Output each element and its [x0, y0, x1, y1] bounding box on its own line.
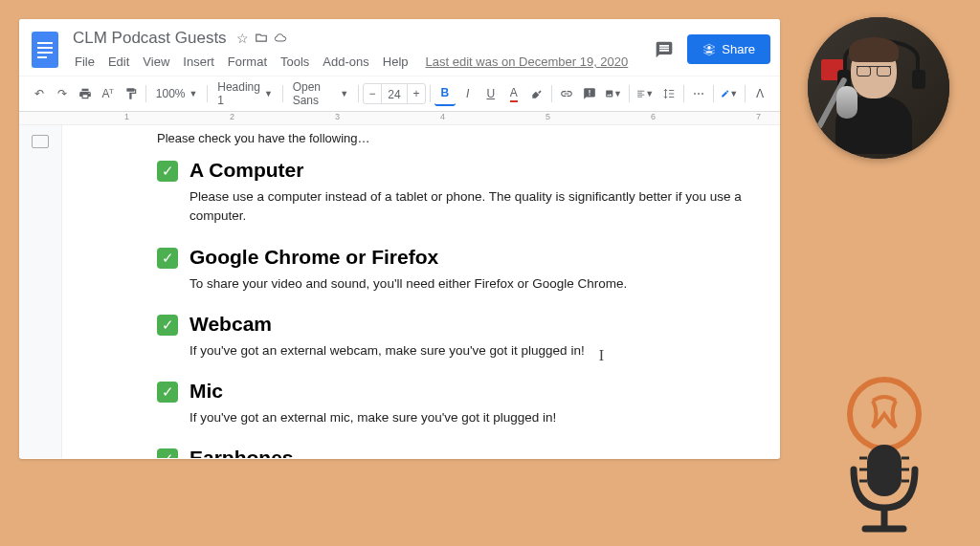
- toolbar: ↶ ↷ Aᵀ 100%▼ Heading 1▼ Open Sans▼ − 24 …: [19, 76, 780, 112]
- menu-tools[interactable]: Tools: [275, 52, 315, 72]
- google-docs-window: CLM Podcast Guests ☆ File Edit View Inse…: [19, 19, 780, 459]
- insert-image-icon[interactable]: ▼: [602, 81, 625, 106]
- undo-icon[interactable]: ↶: [29, 81, 50, 106]
- checklist-item: ✓ Webcam If you've got an external webca…: [157, 313, 751, 360]
- item-desc: Please use a computer instead of a table…: [189, 187, 751, 227]
- print-icon[interactable]: [75, 81, 96, 106]
- document-area: Please check you have the following… ✓ A…: [19, 125, 780, 458]
- paint-format-icon[interactable]: [121, 81, 142, 106]
- font-size-minus[interactable]: −: [364, 81, 381, 106]
- italic-icon[interactable]: I: [457, 81, 479, 106]
- item-title: Webcam: [189, 313, 751, 336]
- item-desc: To share your video and sound, you'll ne…: [189, 274, 751, 294]
- menu-insert[interactable]: Insert: [177, 52, 220, 72]
- share-label: Share: [722, 42, 755, 56]
- docs-file-icon[interactable]: [29, 29, 61, 71]
- svg-rect-0: [32, 32, 58, 68]
- bold-icon[interactable]: B: [434, 81, 456, 106]
- last-edit-link[interactable]: Last edit was on December 19, 2020: [426, 55, 629, 69]
- collapse-icon[interactable]: ᐱ: [749, 81, 770, 106]
- checkbox-icon: ✓: [157, 382, 178, 403]
- insert-comment-icon[interactable]: [579, 81, 600, 106]
- intro-text: Please check you have the following…: [157, 131, 751, 145]
- checkbox-icon: ✓: [157, 448, 178, 458]
- checklist-item: ✓ A Computer Please use a computer inste…: [157, 159, 751, 227]
- insert-link-icon[interactable]: [556, 81, 577, 106]
- more-icon[interactable]: ⋯: [688, 81, 709, 106]
- svg-point-5: [708, 45, 712, 49]
- zoom-select[interactable]: 100%▼: [150, 87, 204, 100]
- align-icon[interactable]: ▼: [634, 81, 657, 106]
- item-title: Google Chrome or Firefox: [189, 246, 751, 269]
- svg-rect-7: [867, 445, 902, 496]
- underline-icon[interactable]: U: [480, 81, 501, 106]
- outline-toggle-icon[interactable]: [32, 135, 49, 148]
- checklist-item: ✓ Google Chrome or Firefox To share your…: [157, 246, 751, 294]
- redo-icon[interactable]: ↷: [52, 81, 73, 106]
- menu-format[interactable]: Format: [222, 52, 273, 72]
- svg-rect-4: [37, 56, 47, 58]
- podcast-logo-icon: [827, 374, 942, 536]
- cloud-icon[interactable]: [274, 31, 289, 47]
- ruler[interactable]: 1 2 3 4 5 6 7: [19, 112, 780, 125]
- text-color-icon[interactable]: A: [503, 81, 524, 106]
- spellcheck-icon[interactable]: Aᵀ: [98, 81, 119, 106]
- item-title: Earphones: [189, 447, 751, 458]
- menu-addons[interactable]: Add-ons: [317, 52, 374, 72]
- svg-rect-3: [37, 52, 53, 54]
- font-size-value[interactable]: 24: [381, 84, 408, 103]
- item-desc: If you've got an external webcam, make s…: [189, 341, 751, 360]
- share-button[interactable]: Share: [687, 34, 770, 64]
- checkbox-icon: ✓: [157, 248, 178, 269]
- item-desc: If you've got an external mic, make sure…: [189, 408, 751, 427]
- svg-rect-2: [37, 47, 53, 49]
- menu-file[interactable]: File: [69, 52, 100, 72]
- editing-mode-icon[interactable]: ▼: [718, 81, 741, 106]
- item-title: Mic: [189, 380, 751, 403]
- title-area: CLM Podcast Guests ☆ File Edit View Inse…: [69, 27, 653, 72]
- menu-help[interactable]: Help: [377, 52, 414, 72]
- font-size-control: − 24 +: [363, 83, 426, 104]
- highlight-icon[interactable]: [526, 81, 547, 106]
- checklist-item: ✓ Mic If you've got an external mic, mak…: [157, 380, 751, 427]
- text-cursor-icon: [599, 344, 600, 359]
- menu-bar: File Edit View Insert Format Tools Add-o…: [69, 52, 653, 72]
- document-title[interactable]: CLM Podcast Guests: [69, 27, 231, 50]
- star-icon[interactable]: ☆: [236, 31, 249, 46]
- move-icon[interactable]: [255, 31, 268, 47]
- line-spacing-icon[interactable]: [658, 81, 679, 106]
- outline-sidebar: [19, 125, 61, 458]
- style-select[interactable]: Heading 1▼: [212, 80, 278, 107]
- menu-view[interactable]: View: [137, 52, 175, 72]
- font-size-plus[interactable]: +: [408, 81, 425, 106]
- webcam-overlay: [808, 17, 949, 159]
- checklist-item: ✓ Earphones: [157, 447, 751, 458]
- item-title: A Computer: [189, 159, 751, 182]
- header-bar: CLM Podcast Guests ☆ File Edit View Inse…: [19, 19, 780, 72]
- document-page[interactable]: Please check you have the following… ✓ A…: [61, 125, 780, 458]
- menu-edit[interactable]: Edit: [102, 52, 135, 72]
- svg-rect-1: [37, 42, 53, 44]
- checkbox-icon: ✓: [157, 315, 178, 336]
- font-select[interactable]: Open Sans▼: [287, 80, 355, 107]
- header-right: Share: [653, 34, 770, 64]
- checkbox-icon: ✓: [157, 161, 178, 182]
- comments-icon[interactable]: [653, 38, 676, 61]
